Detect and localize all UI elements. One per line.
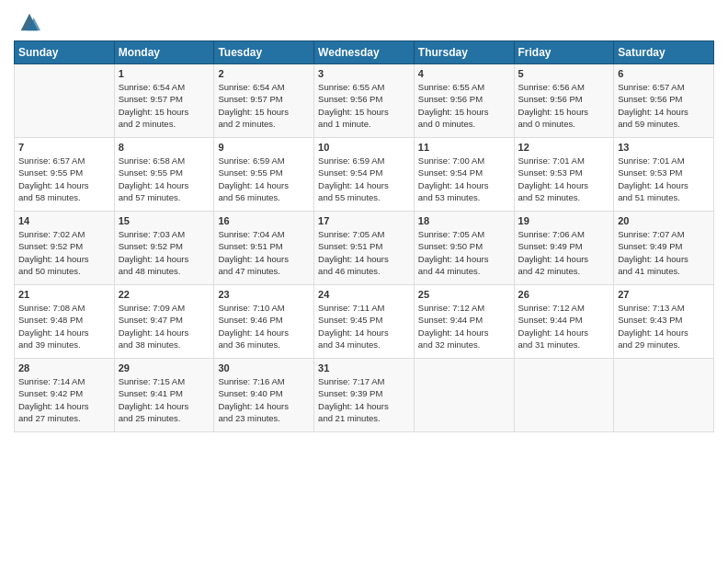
day-info: Sunrise: 7:09 AM Sunset: 9:47 PM Dayligh… — [119, 302, 210, 350]
day-info: Sunrise: 6:56 AM Sunset: 9:56 PM Dayligh… — [518, 81, 610, 130]
day-number: 23 — [218, 289, 310, 300]
day-number: 31 — [318, 362, 410, 373]
day-cell: 6Sunrise: 6:57 AM Sunset: 9:56 PM Daylig… — [614, 64, 714, 138]
day-cell: 3Sunrise: 6:55 AM Sunset: 9:56 PM Daylig… — [314, 64, 415, 138]
day-info: Sunrise: 7:01 AM Sunset: 9:53 PM Dayligh… — [518, 155, 610, 203]
day-cell: 31Sunrise: 7:17 AM Sunset: 9:39 PM Dayli… — [314, 359, 415, 432]
day-cell: 7Sunrise: 6:57 AM Sunset: 9:55 PM Daylig… — [15, 138, 115, 212]
day-number: 12 — [518, 142, 610, 153]
day-number: 2 — [218, 68, 310, 79]
day-cell: 22Sunrise: 7:09 AM Sunset: 9:47 PM Dayli… — [114, 285, 214, 359]
day-info: Sunrise: 7:07 AM Sunset: 9:49 PM Dayligh… — [618, 228, 710, 277]
day-number: 15 — [119, 215, 210, 226]
day-info: Sunrise: 7:12 AM Sunset: 9:44 PM Dayligh… — [518, 302, 610, 350]
header-row: SundayMondayTuesdayWednesdayThursdayFrid… — [15, 41, 714, 64]
day-cell: 13Sunrise: 7:01 AM Sunset: 9:53 PM Dayli… — [614, 138, 714, 212]
day-info: Sunrise: 7:04 AM Sunset: 9:51 PM Dayligh… — [218, 228, 310, 277]
day-cell: 29Sunrise: 7:15 AM Sunset: 9:41 PM Dayli… — [114, 359, 214, 432]
day-cell: 5Sunrise: 6:56 AM Sunset: 9:56 PM Daylig… — [514, 64, 614, 138]
day-number: 7 — [18, 142, 110, 153]
day-cell: 2Sunrise: 6:54 AM Sunset: 9:57 PM Daylig… — [214, 64, 314, 138]
week-row-2: 7Sunrise: 6:57 AM Sunset: 9:55 PM Daylig… — [15, 138, 714, 212]
header-cell-saturday: Saturday — [614, 41, 714, 64]
day-info: Sunrise: 7:08 AM Sunset: 9:48 PM Dayligh… — [18, 302, 110, 350]
day-number: 13 — [618, 142, 710, 153]
day-cell: 4Sunrise: 6:55 AM Sunset: 9:56 PM Daylig… — [414, 64, 514, 138]
day-info: Sunrise: 6:57 AM Sunset: 9:55 PM Dayligh… — [18, 155, 110, 203]
day-cell: 11Sunrise: 7:00 AM Sunset: 9:54 PM Dayli… — [414, 138, 514, 212]
day-info: Sunrise: 6:59 AM Sunset: 9:55 PM Dayligh… — [218, 155, 310, 203]
day-info: Sunrise: 7:14 AM Sunset: 9:42 PM Dayligh… — [18, 375, 110, 424]
day-cell — [614, 359, 714, 432]
day-cell: 25Sunrise: 7:12 AM Sunset: 9:44 PM Dayli… — [414, 285, 514, 359]
day-cell — [414, 359, 514, 432]
day-cell: 10Sunrise: 6:59 AM Sunset: 9:54 PM Dayli… — [314, 138, 415, 212]
day-info: Sunrise: 7:00 AM Sunset: 9:54 PM Dayligh… — [418, 155, 510, 203]
week-row-1: 1Sunrise: 6:54 AM Sunset: 9:57 PM Daylig… — [15, 64, 714, 138]
day-cell: 21Sunrise: 7:08 AM Sunset: 9:48 PM Dayli… — [15, 285, 115, 359]
day-cell: 30Sunrise: 7:16 AM Sunset: 9:40 PM Dayli… — [214, 359, 314, 432]
day-number: 5 — [518, 68, 610, 79]
day-info: Sunrise: 7:16 AM Sunset: 9:40 PM Dayligh… — [218, 375, 310, 424]
week-row-5: 28Sunrise: 7:14 AM Sunset: 9:42 PM Dayli… — [15, 359, 714, 432]
day-cell: 14Sunrise: 7:02 AM Sunset: 9:52 PM Dayli… — [15, 212, 115, 285]
day-info: Sunrise: 7:11 AM Sunset: 9:45 PM Dayligh… — [318, 302, 410, 350]
day-number: 27 — [618, 289, 710, 300]
logo-icon — [17, 9, 42, 35]
day-info: Sunrise: 7:12 AM Sunset: 9:44 PM Dayligh… — [418, 302, 510, 350]
header-cell-tuesday: Tuesday — [214, 41, 314, 64]
day-number: 14 — [18, 215, 110, 226]
day-cell: 12Sunrise: 7:01 AM Sunset: 9:53 PM Dayli… — [514, 138, 614, 212]
day-number: 26 — [518, 289, 610, 300]
day-cell: 23Sunrise: 7:10 AM Sunset: 9:46 PM Dayli… — [214, 285, 314, 359]
day-number: 10 — [318, 142, 410, 153]
day-cell: 1Sunrise: 6:54 AM Sunset: 9:57 PM Daylig… — [114, 64, 214, 138]
day-number: 28 — [18, 362, 110, 373]
header-cell-monday: Monday — [114, 41, 214, 64]
day-number: 24 — [318, 289, 410, 300]
day-cell: 19Sunrise: 7:06 AM Sunset: 9:49 PM Dayli… — [514, 212, 614, 285]
day-info: Sunrise: 6:59 AM Sunset: 9:54 PM Dayligh… — [318, 155, 410, 203]
day-cell: 24Sunrise: 7:11 AM Sunset: 9:45 PM Dayli… — [314, 285, 415, 359]
day-info: Sunrise: 7:06 AM Sunset: 9:49 PM Dayligh… — [518, 228, 610, 277]
day-number: 3 — [318, 68, 410, 79]
day-number: 21 — [18, 289, 110, 300]
day-info: Sunrise: 7:17 AM Sunset: 9:39 PM Dayligh… — [318, 375, 410, 424]
day-number: 9 — [218, 142, 310, 153]
day-cell — [514, 359, 614, 432]
day-number: 4 — [418, 68, 510, 79]
calendar-table: SundayMondayTuesdayWednesdayThursdayFrid… — [14, 40, 714, 432]
logo — [14, 9, 42, 35]
day-number: 29 — [119, 362, 210, 373]
day-cell — [15, 64, 115, 138]
day-number: 6 — [618, 68, 710, 79]
header-cell-friday: Friday — [514, 41, 614, 64]
day-cell: 16Sunrise: 7:04 AM Sunset: 9:51 PM Dayli… — [214, 212, 314, 285]
day-cell: 27Sunrise: 7:13 AM Sunset: 9:43 PM Dayli… — [614, 285, 714, 359]
day-info: Sunrise: 7:10 AM Sunset: 9:46 PM Dayligh… — [218, 302, 310, 350]
header — [14, 9, 714, 35]
day-info: Sunrise: 7:05 AM Sunset: 9:51 PM Dayligh… — [318, 228, 410, 277]
day-number: 1 — [119, 68, 210, 79]
day-number: 22 — [119, 289, 210, 300]
day-number: 25 — [418, 289, 510, 300]
day-cell: 9Sunrise: 6:59 AM Sunset: 9:55 PM Daylig… — [214, 138, 314, 212]
day-info: Sunrise: 6:54 AM Sunset: 9:57 PM Dayligh… — [218, 81, 310, 130]
day-cell: 8Sunrise: 6:58 AM Sunset: 9:55 PM Daylig… — [114, 138, 214, 212]
day-info: Sunrise: 7:01 AM Sunset: 9:53 PM Dayligh… — [618, 155, 710, 203]
day-info: Sunrise: 6:58 AM Sunset: 9:55 PM Dayligh… — [119, 155, 210, 203]
day-number: 20 — [618, 215, 710, 226]
day-info: Sunrise: 6:57 AM Sunset: 9:56 PM Dayligh… — [618, 81, 710, 130]
header-cell-thursday: Thursday — [414, 41, 514, 64]
day-info: Sunrise: 6:55 AM Sunset: 9:56 PM Dayligh… — [318, 81, 410, 130]
day-cell: 20Sunrise: 7:07 AM Sunset: 9:49 PM Dayli… — [614, 212, 714, 285]
day-cell: 18Sunrise: 7:05 AM Sunset: 9:50 PM Dayli… — [414, 212, 514, 285]
page-container: SundayMondayTuesdayWednesdayThursdayFrid… — [0, 0, 728, 442]
day-number: 18 — [418, 215, 510, 226]
day-number: 19 — [518, 215, 610, 226]
week-row-4: 21Sunrise: 7:08 AM Sunset: 9:48 PM Dayli… — [15, 285, 714, 359]
day-number: 11 — [418, 142, 510, 153]
day-info: Sunrise: 7:03 AM Sunset: 9:52 PM Dayligh… — [119, 228, 210, 277]
day-number: 17 — [318, 215, 410, 226]
day-info: Sunrise: 6:55 AM Sunset: 9:56 PM Dayligh… — [418, 81, 510, 130]
